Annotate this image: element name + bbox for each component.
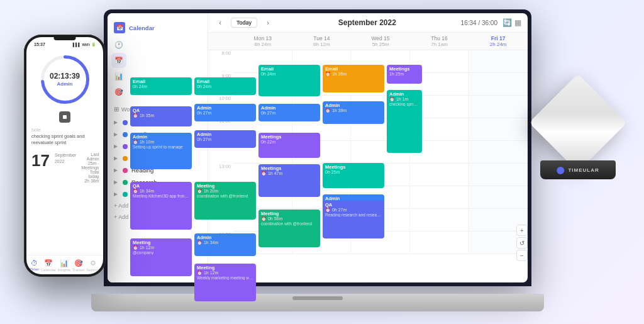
- cell-wed-1400[interactable]: [351, 186, 410, 209]
- nav-chart-icon[interactable]: 📊: [111, 69, 126, 84]
- zoom-out-button[interactable]: −: [516, 250, 528, 261]
- cell-mon-1300[interactable]: [233, 164, 292, 186]
- add-activity-btn[interactable]: + Add activity: [108, 200, 208, 211]
- cell-wed-900[interactable]: [351, 73, 410, 96]
- admin-label: Admin: [131, 119, 148, 126]
- cell-wed-1000[interactable]: [351, 96, 410, 118]
- time-800: 8:00: [208, 50, 233, 73]
- cell-thu-1300[interactable]: [410, 164, 469, 186]
- calendar-action-icons: 🔄 ▦: [502, 18, 521, 27]
- day-header-fri: Fri 17 2h 24m: [469, 33, 528, 50]
- cell-mon-800[interactable]: [233, 50, 292, 73]
- sidebar-item-admin[interactable]: ▶ Admin: [108, 116, 208, 128]
- phone-screen: 15:37 ▌▌▌ WiFi 🔋 02:13:39 Admin: [26, 37, 103, 274]
- sidebar-item-email[interactable]: ▶ Email: [108, 128, 208, 140]
- add-space-btn[interactable]: + Add space: [108, 211, 208, 223]
- nav-clock-icon[interactable]: 🕐: [111, 37, 126, 52]
- cell-thu-1500[interactable]: [410, 209, 469, 232]
- cell-tue-1200[interactable]: [292, 141, 352, 164]
- cell-wed-800[interactable]: [351, 50, 410, 73]
- calendar-icon: 📅: [114, 22, 125, 33]
- event-tue-meeting2[interactable]: Meeting ⏰ 1h 12m Weekly marketing meetin…: [208, 264, 256, 282]
- refresh-icon[interactable]: 🔄: [502, 18, 512, 27]
- cell-fri-1300[interactable]: [469, 164, 528, 186]
- cell-thu-1600[interactable]: [410, 232, 469, 254]
- note-text: checking sprint goals and reevaluate spr…: [31, 133, 98, 146]
- cell-tue-1400[interactable]: [292, 186, 352, 209]
- cell-tue-1000[interactable]: [292, 96, 352, 118]
- last-admin-label: Last Admin: [81, 152, 99, 161]
- settings-tab-icon: ⚙: [90, 259, 96, 267]
- nav-target-icon[interactable]: 🎯: [111, 84, 126, 99]
- tab-tracker[interactable]: 🎯 Tracker: [72, 259, 85, 272]
- cell-thu-1100[interactable]: [410, 118, 469, 141]
- insights-tab-icon: 📊: [60, 259, 69, 267]
- tab-settings[interactable]: ⚙ Settings: [86, 259, 100, 272]
- sidebar-item-meetings[interactable]: ▶ Meetings: [108, 140, 208, 152]
- sidebar-item-research[interactable]: ▶ Research: [108, 176, 208, 188]
- insights-tab-label: Insights: [57, 268, 70, 272]
- nav-calendar-icon[interactable]: 📅: [111, 53, 126, 68]
- cell-fri-1400[interactable]: [469, 186, 528, 209]
- today-button[interactable]: Today: [231, 18, 257, 28]
- cell-mon-1600[interactable]: [233, 232, 292, 254]
- cell-mon-1100[interactable]: [233, 118, 292, 141]
- cell-tue-1300[interactable]: [292, 164, 352, 186]
- cell-tue-1600[interactable]: [292, 232, 352, 254]
- cell-wed-1500[interactable]: [351, 209, 410, 232]
- calendar-main: ‹ Today › September 2022 16:34 / 36:00 🔄…: [208, 13, 528, 282]
- grid-view-icon[interactable]: ▦: [514, 18, 521, 27]
- cell-mon-1000[interactable]: [233, 96, 292, 118]
- cell-mon-1500[interactable]: [233, 209, 292, 232]
- support-label: Support: [131, 191, 152, 198]
- time-900: 9:00: [208, 73, 233, 96]
- date-number: 17: [31, 152, 50, 169]
- cell-tue-1100[interactable]: [292, 118, 352, 141]
- meetings-label: Meetings: [131, 143, 156, 150]
- sidebar-item-support[interactable]: ▶ Support: [108, 188, 208, 200]
- timer-activity: Admin: [50, 81, 80, 87]
- admin-dot: [123, 120, 128, 125]
- timer-time-value: 02:13:39: [50, 72, 80, 80]
- stop-button[interactable]: [59, 111, 70, 123]
- add-activity-label: + Add activity: [114, 203, 147, 209]
- cell-thu-1200[interactable]: [410, 141, 469, 164]
- sidebar: 📅 Calendar 🕐 📅 📊 🎯 Work space ▶ Admin: [108, 13, 208, 282]
- cell-wed-1200[interactable]: [351, 141, 410, 164]
- sidebar-item-reading[interactable]: ▶ Reading: [108, 164, 208, 176]
- cell-fri-1100[interactable]: [469, 118, 528, 141]
- cell-fri-900[interactable]: [469, 73, 528, 96]
- cell-wed-1100[interactable]: [351, 118, 410, 141]
- research-dot: [123, 180, 128, 185]
- cell-mon-1200[interactable]: [233, 141, 292, 164]
- email-dot: [123, 132, 128, 137]
- calendar-grid-container[interactable]: 8:00 9:00 10:00: [208, 50, 528, 282]
- tab-timer[interactable]: ⏱ Timer: [30, 259, 39, 272]
- sidebar-item-qa[interactable]: ▶ QA: [108, 152, 208, 164]
- cell-tue-1500[interactable]: [292, 209, 352, 232]
- cell-mon-1400[interactable]: [233, 186, 292, 209]
- cell-wed-1300[interactable]: [351, 164, 410, 186]
- cell-tue-800[interactable]: [292, 50, 352, 73]
- cell-thu-900[interactable]: [410, 73, 469, 96]
- days-header: Mon 13 8h 24m Tue 14 8h 12m Wed 15 5h 25…: [208, 33, 528, 50]
- day-header-thu: Thu 16 7h 1am: [410, 33, 469, 50]
- cell-thu-1400[interactable]: [410, 186, 469, 209]
- laptop-device: 📅 Calendar 🕐 📅 📊 🎯 Work space ▶ Admin: [91, 9, 544, 311]
- sidebar-app-label: Calendar: [129, 25, 155, 31]
- cell-fri-1200[interactable]: [469, 141, 528, 164]
- prev-button[interactable]: ‹: [214, 17, 226, 28]
- zoom-in-button[interactable]: +: [516, 225, 528, 236]
- cell-tue-900[interactable]: [292, 73, 352, 96]
- cell-mon-900[interactable]: [233, 73, 292, 96]
- cell-fri-800[interactable]: [469, 50, 528, 73]
- next-button[interactable]: ›: [262, 17, 274, 28]
- time-1300: 13:00: [208, 164, 233, 186]
- cell-thu-800[interactable]: [410, 50, 469, 73]
- cell-wed-1600[interactable]: [351, 232, 410, 254]
- cell-thu-1000[interactable]: [410, 96, 469, 118]
- cell-fri-1000[interactable]: [469, 96, 528, 118]
- tab-insights[interactable]: 📊 Insights: [57, 259, 70, 272]
- zoom-reset-button[interactable]: ↺: [516, 237, 528, 249]
- tab-calendar[interactable]: 📅 Calendar: [41, 259, 56, 272]
